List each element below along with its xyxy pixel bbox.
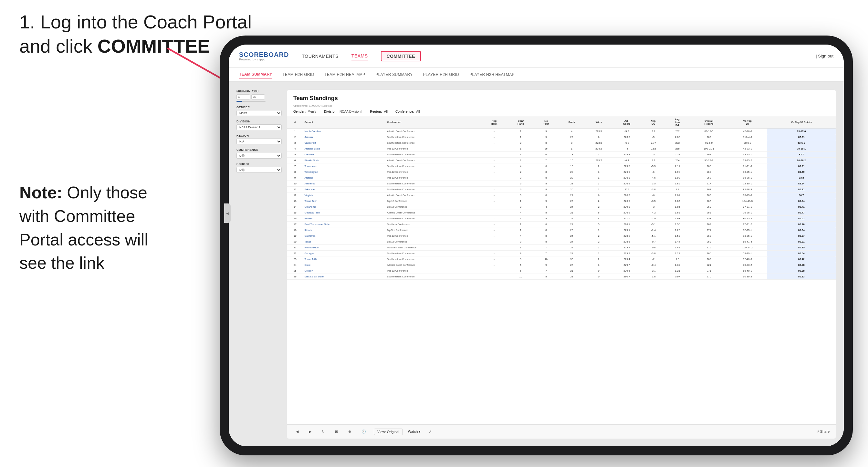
cell-school[interactable]: Arizona [303,175,386,181]
nav-tournaments[interactable]: TOURNAMENTS [302,52,338,60]
toolbar-back-btn[interactable]: ◀ [293,428,301,435]
filter-school-select[interactable]: (All) [237,167,282,173]
sidebar-toggle[interactable]: ◀ [224,204,231,223]
filter-min-rounds-label: Minimum Rou... [237,90,282,93]
sign-out-button[interactable]: | Sign out [816,54,833,58]
nav-teams[interactable]: TEAMS [351,52,368,60]
col-wins: Wins [585,116,613,128]
tablet-screen: SCOREBOARD Powered by clippd TOURNAMENTS… [229,44,844,446]
cell-school[interactable]: New Mexico [303,245,386,251]
cell-school[interactable]: Texas A&M [303,256,386,262]
cell-school[interactable]: Tennessee [303,163,386,169]
toolbar-clock-btn[interactable]: 🕐 [359,428,369,435]
cell-vs-top25: 59-39-1 [728,251,767,256]
cell-rnds: 25 [558,187,585,192]
cell-wins: 275.7 [585,158,613,163]
cell-no-tour: 9 [534,128,558,134]
cell-rnds: 18 [558,163,585,169]
cell-vs-top50-points: 80.91 [767,239,836,245]
cell-school[interactable]: Arizona State [303,146,386,152]
cell-vs-top25: 33-25-2 [728,158,767,163]
cell-reg-rank: - [481,169,507,175]
table-row: 8WashingtonPac-12 Conference-28231276.3-… [287,169,836,175]
cell-avg-sg: -3.8 [641,187,665,192]
toolbar-refresh-btn[interactable]: ↻ [319,428,327,435]
cell-wins: 2 [585,163,613,169]
cell-vs-top50-points: 83.71 [767,163,836,169]
cell-school[interactable]: Duke [303,262,386,268]
cell-vs-top50-points: 80.42 [767,256,836,262]
sub-nav-player-h2h-heatmap[interactable]: PLAYER H2H HEATMAP [469,71,515,78]
cell-school[interactable]: California [303,233,386,239]
cell-school[interactable]: Florida State [303,158,386,163]
cell-school[interactable]: Texas [303,239,386,245]
cell-school[interactable]: Florida [303,216,386,222]
tablet-device: SCOREBOARD Powered by clippd TOURNAMENTS… [220,35,853,455]
cell-vs-top25: 86-26-1 [728,175,767,181]
cell-conf-rank: 1 [507,222,534,227]
filter-region-select[interactable]: N/A [237,138,282,144]
cell-school[interactable]: Georgia Tech [303,210,386,216]
cell-school[interactable]: Vanderbilt [303,140,386,146]
cell-school[interactable]: Ole Miss [303,152,386,158]
cell-school[interactable]: Virginia [303,192,386,198]
filter-min-rounds-slider[interactable] [237,101,266,102]
cell-rnds: 1 [558,146,585,152]
cell-school[interactable]: Oklahoma [303,204,386,210]
app-header: SCOREBOARD Powered by clippd TOURNAMENTS… [229,44,844,68]
filter-conference-select[interactable]: (All) [237,153,282,159]
cell-school[interactable]: Arkansas [303,187,386,192]
cell-avg-low: 1.9 [665,187,690,192]
toolbar-expand-btn[interactable]: ⤢ [426,428,434,435]
cell-school[interactable]: Mississippi State [303,274,386,280]
cell-school[interactable]: East Tennessee State [303,222,386,227]
cell-school[interactable]: Georgia [303,251,386,256]
filter-division-display: Division: NCAA Division I [324,110,363,113]
filter-division-select[interactable]: NCAA Division I NCAA Division II NCAA Di… [237,124,282,130]
cell-overall-record: 88-17-0 [690,128,728,134]
toolbar-copy-btn[interactable]: ⊕ [346,428,354,435]
cell-conf-rank: 3 [507,175,534,181]
table-row: 21New MexicoMountain West Conference-172… [287,245,836,251]
cell-adj-score: 276.3 [612,192,641,198]
cell-overall-record: 262 [690,152,728,158]
cell-school[interactable]: Washington [303,169,386,175]
cell-school[interactable]: Oregon [303,268,386,274]
toolbar-bookmark-btn[interactable]: ⊞ [332,428,340,435]
filter-min-rounds-input2[interactable] [251,94,265,99]
cell-school[interactable]: Auburn [303,134,386,140]
cell-conf-rank: 2 [507,204,534,210]
cell-school[interactable]: North Carolina [303,128,386,134]
sub-nav-team-h2h-grid[interactable]: TEAM H2H GRID [282,71,314,78]
filter-gender-select[interactable]: Men's Women's [237,110,282,116]
cell-adj-score: 276.9 [612,210,641,216]
cell-vs-top50-points: 80.47 [767,210,836,216]
cell-school[interactable]: Texas Tech [303,198,386,204]
sub-nav-player-summary[interactable]: PLAYER SUMMARY [375,71,412,78]
col-overall-record: OverallRecord [690,116,728,128]
toolbar-fwd-btn[interactable]: ▶ [306,428,314,435]
cell-adj-score: 279.1 [612,227,641,233]
sub-nav-team-summary[interactable]: TEAM SUMMARY [239,71,272,79]
sub-nav-player-h2h-grid[interactable]: PLAYER H2H GRID [423,71,459,78]
cell-conference: Big Ten Conference [386,227,481,233]
toolbar-watch-btn[interactable]: Watch ▾ [408,430,421,434]
cell-school[interactable]: Illinois [303,227,386,233]
nav-committee[interactable]: COMMITTEE [381,51,421,61]
toolbar-view-btn[interactable]: View: Original [374,429,403,435]
sub-nav-team-h2h-heatmap[interactable]: TEAM H2H HEATMAP [324,71,365,78]
cell-vs-top50-points: 80.13 [767,274,836,280]
cell-vs-top50-points: 83.49 [767,169,836,175]
cell-no-tour: 9 [534,198,558,204]
table-panel: Team Standings Update time: 27/03/2024 1… [287,90,836,439]
cell-avg-low: 1.28 [665,251,690,256]
cell-reg-rank: - [481,134,507,140]
filter-min-rounds-input1[interactable] [237,94,250,99]
toolbar-share-btn[interactable]: ↗ Share [816,430,830,434]
cell-wins: 1 [585,175,613,181]
cell-conf-rank: 1 [507,134,534,140]
cell-avg-low: 1.3 [665,256,690,262]
cell-school[interactable]: Alabama [303,181,386,187]
cell-rnds: 21 [558,192,585,198]
cell-conf-rank: 7 [507,216,534,222]
